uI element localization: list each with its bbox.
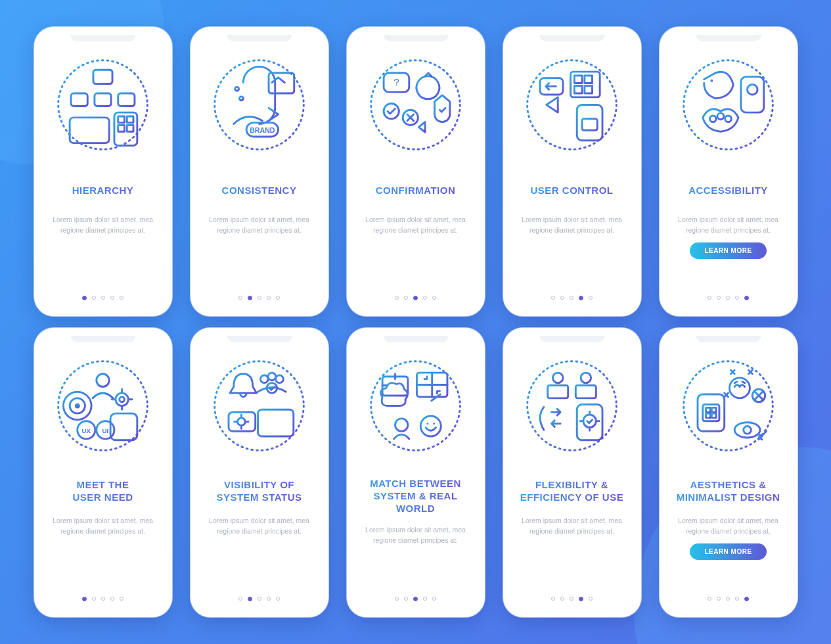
- page-indicator: [359, 287, 473, 300]
- page-dot[interactable]: [238, 296, 242, 300]
- page-dot[interactable]: [238, 597, 242, 601]
- page-dot[interactable]: [735, 597, 739, 601]
- page-dot[interactable]: [707, 296, 711, 300]
- page-dot[interactable]: [120, 296, 124, 300]
- page-dot[interactable]: [276, 597, 280, 601]
- svg-rect-9: [118, 116, 125, 122]
- page-dot[interactable]: [395, 597, 399, 601]
- page-dot[interactable]: [551, 296, 555, 300]
- page-dot[interactable]: [570, 296, 573, 300]
- visibility-icon: [202, 346, 317, 465]
- svg-rect-1: [93, 70, 112, 83]
- svg-point-40: [709, 115, 716, 122]
- page-dot[interactable]: [735, 296, 739, 300]
- page-dot[interactable]: [258, 597, 261, 601]
- onboarding-screen: ?CONFIRMATIONLorem ipsum dolor sit amet,…: [347, 27, 485, 316]
- screen-body: Lorem ipsum dolor sit amet, mea regione …: [515, 215, 629, 236]
- screen-body: Lorem ipsum dolor sit amet, mea regione …: [515, 516, 629, 537]
- svg-rect-10: [127, 116, 133, 122]
- page-dot[interactable]: [92, 597, 96, 601]
- hierarchy-icon: [46, 45, 160, 164]
- page-dot[interactable]: [92, 296, 96, 300]
- user-control-icon: [515, 45, 629, 164]
- svg-rect-87: [711, 413, 716, 418]
- page-dot[interactable]: [413, 296, 418, 300]
- svg-rect-28: [585, 75, 593, 83]
- page-indicator: [359, 587, 473, 601]
- page-dot[interactable]: [110, 296, 114, 300]
- page-dot[interactable]: [248, 296, 252, 300]
- page-dot[interactable]: [101, 296, 105, 300]
- page-dot[interactable]: [423, 597, 427, 601]
- svg-point-44: [97, 374, 109, 386]
- learn-more-button[interactable]: LEARN MORE: [690, 242, 766, 259]
- page-dot[interactable]: [579, 597, 583, 601]
- svg-rect-74: [548, 385, 568, 398]
- svg-rect-61: [258, 409, 294, 436]
- page-dot[interactable]: [717, 597, 721, 601]
- svg-point-70: [426, 423, 428, 425]
- page-dot[interactable]: [432, 597, 436, 601]
- svg-point-47: [75, 403, 80, 408]
- screen-body: Lorem ipsum dolor sit amet, mea regione …: [359, 215, 473, 236]
- svg-rect-31: [577, 104, 602, 140]
- screen-body: Lorem ipsum dolor sit amet, mea regione …: [671, 215, 786, 236]
- page-indicator: [46, 587, 160, 601]
- screen-body: Lorem ipsum dolor sit amet, mea regione …: [671, 516, 786, 537]
- svg-point-57: [260, 375, 268, 383]
- page-dot[interactable]: [726, 597, 730, 601]
- svg-point-80: [729, 377, 750, 398]
- svg-point-59: [276, 375, 284, 383]
- page-dot[interactable]: [258, 296, 261, 300]
- page-indicator: [671, 587, 786, 601]
- page-dot[interactable]: [432, 296, 436, 300]
- learn-more-button[interactable]: LEARN MORE: [690, 543, 766, 560]
- page-dot[interactable]: [82, 296, 87, 300]
- page-dot[interactable]: [579, 296, 583, 300]
- screen-title: ACCESSIBILITY: [671, 177, 786, 204]
- svg-text:UI: UI: [102, 427, 109, 434]
- screen-title: AESTHETICS & MINIMALIST DESIGN: [671, 478, 786, 505]
- svg-rect-30: [585, 85, 593, 93]
- page-dot[interactable]: [744, 296, 749, 300]
- svg-rect-29: [574, 85, 582, 93]
- onboarding-screen: VISIBILITY OF SYSTEM STATUSLorem ipsum d…: [191, 328, 328, 617]
- page-dot[interactable]: [404, 597, 408, 601]
- svg-rect-86: [706, 413, 711, 418]
- page-dot[interactable]: [413, 597, 418, 601]
- svg-point-35: [710, 79, 713, 81]
- onboarding-screen: ACCESSIBILITYLorem ipsum dolor sit amet,…: [660, 27, 797, 316]
- page-dot[interactable]: [267, 296, 271, 300]
- page-dot[interactable]: [707, 597, 711, 601]
- page-dot[interactable]: [404, 296, 408, 300]
- page-dot[interactable]: [726, 296, 730, 300]
- page-dot[interactable]: [395, 296, 399, 300]
- page-dot[interactable]: [570, 597, 573, 601]
- svg-point-69: [420, 416, 441, 436]
- page-dot[interactable]: [551, 597, 555, 601]
- page-dot[interactable]: [110, 597, 114, 601]
- page-dot[interactable]: [82, 597, 87, 601]
- accessibility-icon: [671, 45, 786, 164]
- page-dot[interactable]: [744, 597, 749, 601]
- page-indicator: [202, 587, 317, 601]
- screen-title: FLEXIBILITY & EFFICIENCY OF USE: [515, 478, 629, 505]
- page-dot[interactable]: [560, 296, 564, 300]
- svg-text:BRAND: BRAND: [250, 126, 275, 134]
- page-dot[interactable]: [423, 296, 427, 300]
- page-dot[interactable]: [589, 597, 593, 601]
- svg-rect-32: [582, 118, 597, 129]
- page-dot[interactable]: [560, 597, 564, 601]
- page-dot[interactable]: [101, 597, 105, 601]
- page-dot[interactable]: [248, 597, 252, 601]
- page-dot[interactable]: [717, 296, 721, 300]
- svg-text:?: ?: [393, 76, 399, 87]
- page-indicator: [515, 287, 629, 300]
- page-dot[interactable]: [589, 296, 593, 300]
- page-dot[interactable]: [276, 296, 280, 300]
- svg-point-64: [238, 417, 246, 425]
- screen-body: Lorem ipsum dolor sit amet, mea regione …: [202, 516, 317, 537]
- page-dot[interactable]: [120, 597, 124, 601]
- screen-body: Lorem ipsum dolor sit amet, mea regione …: [359, 525, 473, 546]
- page-dot[interactable]: [267, 597, 271, 601]
